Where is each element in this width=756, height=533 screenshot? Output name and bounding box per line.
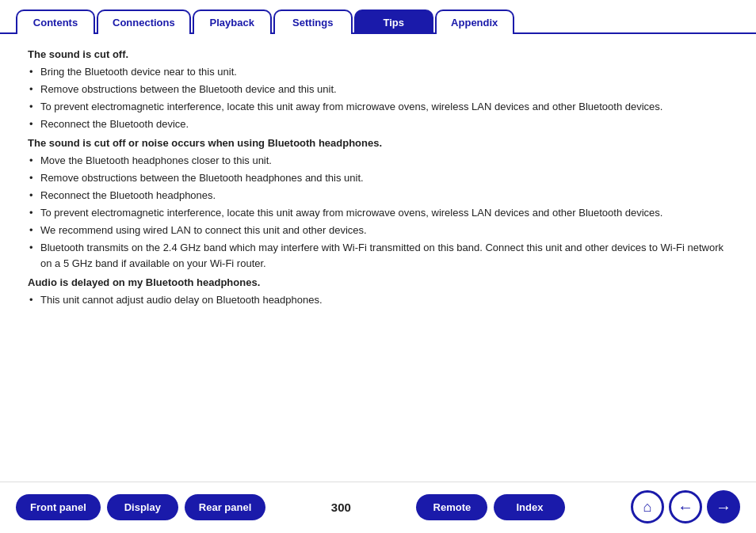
page-number: 300	[331, 501, 351, 514]
section-3-title: Audio is delayed on my Bluetooth headpho…	[28, 276, 728, 288]
tabs-bar: Contents Connections Playback Settings T…	[0, 0, 756, 34]
section-3: Audio is delayed on my Bluetooth headpho…	[28, 276, 728, 308]
list-item: Reconnect the Bluetooth headphones.	[28, 188, 728, 204]
section-1-title: The sound is cut off.	[28, 48, 728, 60]
list-item: Reconnect the Bluetooth device.	[28, 116, 728, 132]
list-item: We recommend using wired LAN to connect …	[28, 223, 728, 238]
list-item: To prevent electromagnetic interference,…	[28, 205, 728, 221]
display-button[interactable]: Display	[107, 494, 178, 520]
tab-playback[interactable]: Playback	[193, 10, 272, 34]
front-panel-button[interactable]: Front panel	[16, 494, 101, 520]
section-1: The sound is cut off. Bring the Bluetoot…	[28, 48, 728, 133]
forward-icon[interactable]: →	[707, 490, 740, 523]
home-icon[interactable]: ⌂	[631, 490, 664, 523]
tab-contents[interactable]: Contents	[16, 10, 95, 34]
tab-appendix[interactable]: Appendix	[435, 10, 514, 34]
list-item: Move the Bluetooth headphones closer to …	[28, 153, 728, 169]
section-2-list: Move the Bluetooth headphones closer to …	[28, 153, 728, 272]
list-item: Remove obstructions between the Bluetoot…	[28, 170, 728, 186]
section-2: The sound is cut off or noise occurs whe…	[28, 137, 728, 272]
tab-connections[interactable]: Connections	[97, 10, 191, 34]
list-item: Bring the Bluetooth device near to this …	[28, 64, 728, 80]
list-item: To prevent electromagnetic interference,…	[28, 99, 728, 115]
list-item: Remove obstructions between the Bluetoot…	[28, 82, 728, 97]
section-3-list: This unit cannot adjust audio delay on B…	[28, 292, 728, 308]
list-item: Bluetooth transmits on the 2.4 GHz band …	[28, 240, 728, 272]
section-1-list: Bring the Bluetooth device near to this …	[28, 64, 728, 133]
index-button[interactable]: Index	[494, 494, 565, 520]
tab-settings[interactable]: Settings	[273, 10, 353, 34]
section-2-title: The sound is cut off or noise occurs whe…	[28, 137, 728, 149]
footer: Front panel Display Rear panel 300 Remot…	[0, 482, 756, 533]
main-content: The sound is cut off. Bring the Bluetoot…	[0, 34, 756, 482]
footer-left: Front panel Display Rear panel	[16, 494, 265, 520]
rear-panel-button[interactable]: Rear panel	[185, 494, 265, 520]
footer-icons: ⌂ ← →	[631, 490, 740, 523]
back-icon[interactable]: ←	[669, 490, 702, 523]
remote-button[interactable]: Remote	[416, 494, 487, 520]
tab-tips[interactable]: Tips	[354, 10, 433, 34]
list-item: This unit cannot adjust audio delay on B…	[28, 292, 728, 308]
